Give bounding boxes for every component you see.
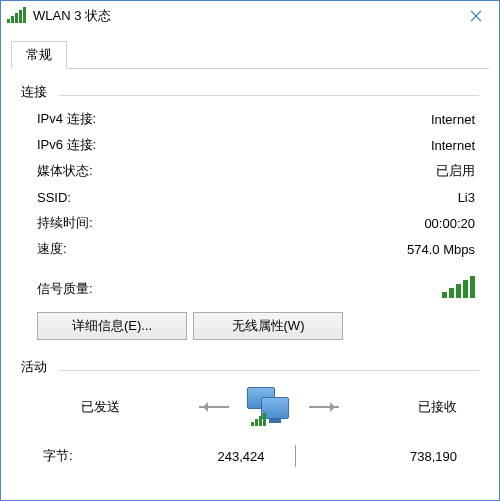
connection-buttons: 详细信息(E)... 无线属性(W) [21, 298, 479, 354]
details-button[interactable]: 详细信息(E)... [37, 312, 187, 340]
bytes-received-value: 738,190 [296, 449, 458, 464]
titlebar[interactable]: WLAN 3 状态 [1, 1, 499, 31]
media-value: 已启用 [436, 162, 475, 180]
speed-value: 574.0 Mbps [407, 242, 475, 257]
monitor-icon [247, 387, 291, 427]
wlan-status-window: WLAN 3 状态 常规 连接 IPv4 连接: Internet IPv6 连… [0, 0, 500, 501]
tab-strip: 常规 [11, 39, 489, 69]
divider [59, 95, 479, 96]
activity-section: 活动 已发送 已接收 字节: 243 [21, 358, 479, 467]
tab-general[interactable]: 常规 [11, 41, 67, 69]
bytes-row: 字节: 243,424 738,190 [21, 427, 479, 467]
connection-section-label: 连接 [21, 83, 479, 101]
window-title: WLAN 3 状态 [33, 7, 111, 25]
row-ssid: SSID: Li3 [37, 184, 475, 210]
speed-label: 速度: [37, 240, 67, 258]
duration-value: 00:00:20 [424, 216, 475, 231]
ipv4-label: IPv4 连接: [37, 110, 96, 128]
wireless-properties-button[interactable]: 无线属性(W) [193, 312, 343, 340]
ipv6-value: Internet [431, 138, 475, 153]
close-button[interactable] [453, 1, 499, 31]
activity-graphic [199, 387, 339, 427]
row-duration: 持续时间: 00:00:20 [37, 210, 475, 236]
divider [59, 370, 479, 371]
ssid-label: SSID: [37, 190, 71, 205]
row-ipv6: IPv6 连接: Internet [37, 132, 475, 158]
ipv6-label: IPv6 连接: [37, 136, 96, 154]
bytes-sent-value: 243,424 [103, 449, 295, 464]
client-area: 常规 连接 IPv4 连接: Internet IPv6 连接: Interne… [1, 31, 499, 500]
signal-bars-icon [440, 276, 475, 298]
duration-label: 持续时间: [37, 214, 93, 232]
row-signal: 信号质量: [21, 262, 479, 298]
ssid-value: Li3 [458, 190, 475, 205]
arrow-left-icon [199, 406, 229, 408]
panel-general: 连接 IPv4 连接: Internet IPv6 连接: Internet 媒… [11, 69, 489, 467]
bytes-label: 字节: [43, 447, 103, 465]
ipv4-value: Internet [431, 112, 475, 127]
row-ipv4: IPv4 连接: Internet [37, 106, 475, 132]
media-label: 媒体状态: [37, 162, 93, 180]
close-icon [470, 10, 482, 22]
row-speed: 速度: 574.0 Mbps [37, 236, 475, 262]
connection-rows: IPv4 连接: Internet IPv6 连接: Internet 媒体状态… [21, 106, 479, 262]
wifi-icon [7, 9, 27, 23]
arrow-right-icon [309, 406, 339, 408]
sent-label: 已发送 [81, 398, 120, 416]
row-media: 媒体状态: 已启用 [37, 158, 475, 184]
received-label: 已接收 [418, 398, 457, 416]
activity-section-label: 活动 [21, 358, 479, 376]
activity-header: 已发送 已接收 [21, 377, 479, 427]
signal-label: 信号质量: [37, 280, 93, 298]
